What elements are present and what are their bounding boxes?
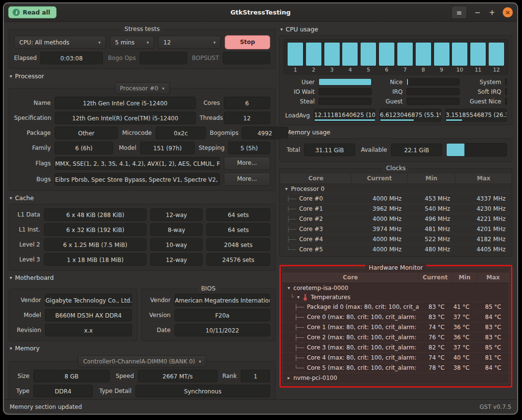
threads-value[interactable]: 12 — [224, 112, 270, 124]
cpu-usage-expander[interactable]: ▾ CPU usage — [280, 26, 512, 33]
bios-date-value[interactable]: 10/11/2022 — [174, 324, 270, 336]
close-button[interactable]: × — [503, 7, 513, 17]
hwmon-row[interactable]: ├── Package id 0 (max: 80, crit: 100, cr… — [283, 302, 509, 312]
hwmon-row[interactable]: ├── Core 3 (max: 80, crit: 100, crit_ala… — [283, 342, 509, 352]
mobo-revision-value[interactable]: x.x — [45, 324, 132, 336]
cache-ways-value[interactable]: 8-way — [150, 223, 203, 236]
cpu-name-value[interactable]: 12th Gen Intel Core i5-12400 — [55, 97, 196, 109]
hwmon-row[interactable]: ├── Core 4 (max: 80, crit: 100, crit_ala… — [283, 352, 509, 362]
cache-size-value[interactable]: 6 x 32 KiB (192 KiB) — [44, 223, 146, 236]
read-all-button[interactable]: i Read all — [8, 6, 57, 18]
hwmon-row[interactable]: └── Core 5 (max: 80, crit: 100, crit_ala… — [283, 362, 509, 373]
mem-size-value[interactable]: 8 GB — [33, 370, 110, 382]
memory-bank-dropdown[interactable]: Controller0-ChannelA-DIMM0 (BANK 0) ▾ — [78, 355, 206, 367]
package-label: Package — [14, 130, 51, 136]
clocks-header-min[interactable]: Min — [407, 174, 456, 184]
motherboard-expander[interactable]: ▾ Motherboard — [10, 274, 276, 281]
stress-method-dropdown[interactable]: CPU: All methods ▾ — [14, 36, 106, 49]
stress-duration-dropdown[interactable]: 5 mins ▾ — [110, 36, 154, 49]
hwmon-nvme-group-row[interactable]: ▸ nvme-pci-0100 — [283, 373, 509, 382]
clocks-row[interactable]: ├── Core #1 3962 MHz 540 MHz 4230 MHz — [280, 203, 511, 214]
hwmon-header-max[interactable]: Max — [477, 273, 509, 283]
cpu-core-bar-trough — [415, 42, 432, 66]
cache-size-value[interactable]: 6 x 1.25 MiB (7.5 MiB) — [44, 238, 146, 251]
menu-button[interactable]: ≡ — [451, 6, 467, 19]
hwmon-group-row[interactable]: ▾ coretemp-isa-0000 — [283, 283, 509, 292]
loadavg-progress-fill — [446, 119, 462, 121]
cpu-usage-section-title: CPU usage — [286, 26, 318, 33]
clocks-row[interactable]: ├── Core #4 4000 MHz 522 MHz 4182 MHz — [280, 234, 511, 244]
mem-rank-value[interactable]: 1 — [241, 370, 270, 382]
family-value[interactable]: 6 (6h) — [55, 142, 113, 154]
model-value[interactable]: 151 (97h) — [140, 142, 195, 154]
stop-button[interactable]: Stop — [225, 35, 270, 49]
flags-label: Flags — [14, 160, 51, 167]
clocks-row[interactable]: ├── Core #0 4000 MHz 453 MHz 4337 MHz — [280, 193, 511, 203]
hwmon-row[interactable]: ├── Core 2 (max: 80, crit: 100, crit_ala… — [283, 332, 509, 342]
cpu-core-bar: 9 — [434, 42, 450, 73]
mem-total-value[interactable]: 31.11 GiB — [304, 144, 355, 156]
expander-open-icon: ▾ — [280, 27, 283, 32]
meter-trough — [319, 98, 372, 105]
bios-version-value[interactable]: F20a — [174, 309, 270, 321]
tree-branch-icon: ├── — [294, 334, 304, 341]
clocks-header-max[interactable]: Max — [456, 174, 511, 184]
cache-ways-value[interactable]: 12-way — [150, 253, 203, 266]
specification-value[interactable]: 12th Gen Intel(R) Core(TM) i5-12400 — [55, 112, 196, 124]
cores-value[interactable]: 6 — [224, 97, 270, 109]
cache-ways-value[interactable]: 10-way — [150, 238, 203, 251]
cache-sets-value[interactable]: 24576 sets — [206, 253, 270, 266]
loadavg-value[interactable]: 6.6123046875 (55.1%) — [379, 109, 441, 122]
maximize-button[interactable]: + — [488, 8, 496, 17]
bogo-ops-value[interactable] — [140, 52, 187, 64]
mem-type-value[interactable]: DDR4 — [33, 385, 93, 397]
bios-vendor-value[interactable]: American Megatrends International, LL — [174, 294, 270, 306]
memory-usage-expander[interactable]: ▾ Memory usage — [280, 129, 512, 136]
clocks-row[interactable]: ├── Core #2 4000 MHz 496 MHz 4221 MHz — [280, 214, 511, 224]
cache-sets-value[interactable]: 64 sets — [206, 223, 270, 236]
hwmon-header-min[interactable]: Min — [452, 273, 477, 283]
memory-expander[interactable]: ▾ Memory — [10, 345, 276, 352]
microcode-value[interactable]: 0x2c — [156, 127, 206, 139]
processor-selector-dropdown[interactable]: Processor #0 ▾ — [115, 82, 170, 94]
minimize-button[interactable]: − — [474, 8, 481, 17]
cache-sets-value[interactable]: 64 sets — [206, 208, 270, 221]
mem-available-value[interactable]: 22.1 GiB — [391, 144, 442, 156]
package-value[interactable]: Other — [55, 127, 118, 139]
stepping-value[interactable]: 5 (5h) — [228, 142, 270, 154]
mobo-model-value[interactable]: B660M DS3H AX DDR4 — [45, 309, 132, 321]
bugs-more-button[interactable]: More... — [224, 173, 270, 186]
flags-more-button[interactable]: More... — [224, 157, 270, 170]
loadavg-value[interactable]: 3.15185546875 (26.3%) — [445, 109, 507, 122]
mem-type-detail-value[interactable]: Synchronous — [135, 385, 270, 397]
hwmon-row[interactable]: ├── Core 0 (max: 80, crit: 100, crit_ala… — [283, 312, 509, 322]
cache-size-value[interactable]: 1 x 18 MiB (18 MiB) — [44, 253, 146, 266]
bopsust-value[interactable] — [223, 52, 270, 64]
hwmon-row[interactable]: ├── Core 1 (max: 80, crit: 100, crit_ala… — [283, 322, 509, 332]
model-label: Model — [117, 145, 136, 151]
cache-ways-value[interactable]: 12-way — [150, 208, 203, 221]
cache-expander[interactable]: ▾ Cache — [10, 194, 276, 202]
hwmon-header-core[interactable]: Core — [283, 273, 419, 283]
cpu-core-bar: 8 — [415, 42, 432, 73]
flags-value[interactable]: MMX, SSE(1, 2, 3, 3S, 4.1, 4.2), AVX(1, … — [55, 157, 220, 170]
hwmon-header-current[interactable]: Current — [419, 273, 452, 283]
stress-workers-dropdown[interactable]: 12 ▾ — [158, 36, 221, 49]
clocks-table-body: ├── Core #0 4000 MHz 453 MHz 4337 MHz ├─… — [280, 193, 511, 254]
clocks-row[interactable]: └── Core #5 4000 MHz 480 MHz 4405 MHz — [280, 244, 511, 254]
cpu-core-number: 7 — [403, 67, 406, 73]
processor-expander[interactable]: ▾ Processor — [10, 72, 276, 80]
clocks-row[interactable]: ├── Core #3 3974 MHz 481 MHz 4201 MHz — [280, 224, 511, 234]
loadavg-value[interactable]: 12.11181640625 (100.9%) — [314, 109, 376, 122]
clocks-group-row[interactable]: ▾ Processor 0 — [280, 184, 511, 193]
clocks-header-current[interactable]: Current — [352, 174, 407, 184]
elapsed-value[interactable]: 0:03:08 — [40, 52, 103, 64]
cache-sets-value[interactable]: 2048 sets — [206, 238, 270, 251]
bogomips-value[interactable]: 4992 — [242, 127, 288, 139]
cache-size-value[interactable]: 6 x 48 KiB (288 KiB) — [44, 208, 146, 221]
clocks-header-core[interactable]: Core — [280, 174, 352, 184]
mobo-vendor-value[interactable]: Gigabyte Technology Co., Ltd. — [45, 294, 132, 306]
mem-speed-value[interactable]: 2667 MT/s — [138, 370, 218, 382]
hwmon-temperatures-row[interactable]: └ ▾ Temperatures — [283, 292, 509, 302]
bugs-value[interactable]: Eibrs Pbrsb, Spec Store Bypass, Spectre … — [55, 173, 220, 186]
